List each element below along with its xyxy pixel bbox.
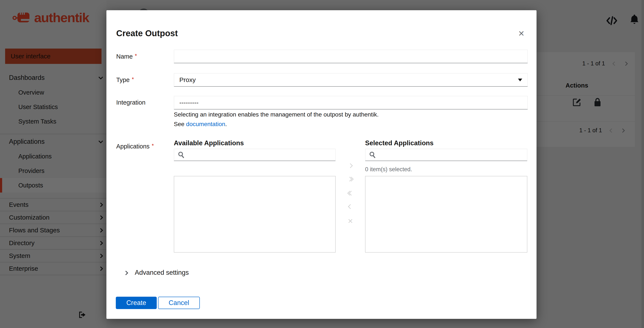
required-marker: * bbox=[152, 143, 154, 149]
selected-applications-title: Selected Applications bbox=[365, 139, 434, 147]
selected-search-input[interactable] bbox=[365, 149, 527, 161]
integration-help-text: Selecting an integration enables the man… bbox=[174, 111, 378, 118]
available-applications-title: Available Applications bbox=[174, 139, 244, 147]
documentation-link[interactable]: documentation bbox=[186, 121, 226, 127]
type-label: Type* bbox=[116, 76, 134, 83]
chevron-right-icon bbox=[124, 271, 128, 275]
integration-select-value: --------- bbox=[179, 99, 198, 106]
available-search-input[interactable] bbox=[174, 149, 336, 161]
transfer-remove-all-icon[interactable] bbox=[343, 191, 358, 195]
transfer-clear-icon[interactable]: ✕ bbox=[343, 217, 358, 225]
available-applications-list[interactable] bbox=[174, 176, 336, 253]
create-outpost-modal: Create Outpost ✕ Name* Type* Proxy Integ… bbox=[106, 10, 536, 319]
integration-select[interactable]: --------- bbox=[174, 96, 528, 110]
integration-help-link-line: See documentation. bbox=[174, 121, 227, 128]
see-text: See bbox=[174, 121, 184, 127]
type-select-value: Proxy bbox=[179, 76, 196, 83]
transfer-remove-selected-icon[interactable] bbox=[343, 205, 358, 208]
modal-title: Create Outpost bbox=[116, 28, 178, 38]
period-text: . bbox=[225, 121, 227, 127]
selected-count-text: 0 item(s) selected. bbox=[365, 166, 412, 173]
integration-label-text: Integration bbox=[116, 99, 146, 106]
transfer-add-all-icon[interactable] bbox=[343, 177, 358, 181]
name-input[interactable] bbox=[174, 50, 528, 63]
integration-label: Integration bbox=[116, 99, 146, 106]
selected-applications-list[interactable] bbox=[365, 176, 527, 253]
name-label-text: Name bbox=[116, 53, 133, 60]
search-icon bbox=[178, 151, 185, 159]
search-icon bbox=[369, 151, 376, 159]
advanced-settings-toggle[interactable]: Advanced settings bbox=[124, 269, 189, 277]
applications-label-text: Applications bbox=[116, 143, 150, 150]
close-icon[interactable]: ✕ bbox=[518, 30, 524, 37]
cancel-button[interactable]: Cancel bbox=[158, 297, 200, 309]
type-label-text: Type bbox=[116, 76, 130, 83]
create-button[interactable]: Create bbox=[116, 297, 157, 309]
required-marker: * bbox=[135, 53, 137, 59]
caret-down-icon bbox=[518, 79, 522, 81]
advanced-settings-label: Advanced settings bbox=[135, 269, 189, 277]
name-label: Name* bbox=[116, 53, 137, 60]
applications-label: Applications* bbox=[116, 143, 154, 150]
transfer-add-selected-icon[interactable] bbox=[343, 164, 358, 167]
required-marker: * bbox=[132, 76, 134, 82]
type-select[interactable]: Proxy bbox=[174, 73, 528, 87]
